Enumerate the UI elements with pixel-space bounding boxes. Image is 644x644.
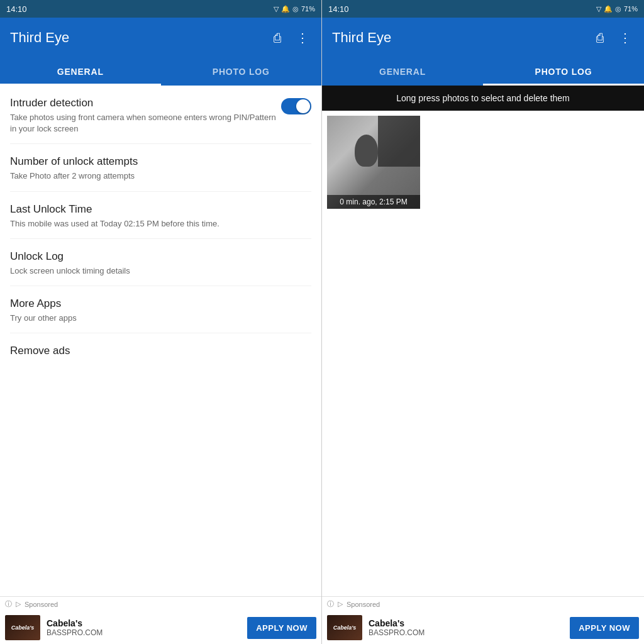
app-bar-right: Third Eye ⎙ ⋮: [322, 18, 644, 58]
ad-banner-right: ⓘ ▷ Sponsored Cabela's Cabela's BASSPRO.…: [322, 596, 644, 644]
play-icon-right: ▷: [338, 600, 343, 608]
photo-log-hint: Long press photos to select and delete t…: [322, 86, 644, 111]
setting-intruder-detection[interactable]: Intruder detection Take photos using fro…: [0, 86, 321, 143]
cabelas-logo-left: Cabela's: [5, 615, 40, 640]
ad-url-right: BASSPRO.COM: [369, 628, 564, 637]
ad-cta-left[interactable]: APPLY NOW: [247, 617, 316, 639]
ad-content-left: Cabela's Cabela's BASSPRO.COM APPLY NOW: [0, 611, 321, 644]
photo-grid: 0 min. ago, 2:15 PM: [322, 111, 644, 214]
toggle-intruder[interactable]: [281, 98, 311, 114]
photo-thumbnail[interactable]: 0 min. ago, 2:15 PM: [327, 116, 420, 209]
left-phone: 14:10 ▽ 🔔 ◎ 71% Third Eye ⎙ ⋮ GENERAL PH…: [0, 0, 322, 644]
sponsored-label-right: Sponsored: [347, 601, 380, 608]
tab-photo-log-left[interactable]: PHOTO LOG: [161, 58, 322, 86]
setting-remove-ads[interactable]: Remove ads: [0, 333, 321, 369]
setting-desc-unlock-log: Lock screen unlock timing details: [10, 265, 311, 277]
ad-brand-left: Cabela's: [47, 618, 241, 628]
setting-title-more-apps: More Apps: [10, 297, 311, 310]
setting-unlock-attempts[interactable]: Number of unlock attempts Take Photo aft…: [0, 144, 321, 191]
ad-brand-right: Cabela's: [369, 618, 564, 628]
menu-button-right[interactable]: ⋮: [616, 28, 634, 48]
info-icon-right: ⓘ: [327, 599, 334, 609]
setting-title-unlock-log: Unlock Log: [10, 250, 311, 263]
ad-text-left: Cabela's BASSPRO.COM: [47, 618, 241, 637]
wifi-icon-right: ◎: [615, 5, 621, 13]
tabs-right: GENERAL PHOTO LOG: [322, 58, 644, 86]
share-button-right[interactable]: ⎙: [594, 28, 606, 48]
play-icon-left: ▷: [16, 600, 21, 608]
sponsored-label-left: Sponsored: [25, 601, 58, 608]
signal-icon-right: ▽: [596, 5, 601, 13]
share-button-left[interactable]: ⎙: [271, 28, 284, 48]
status-icons-left: ▽ 🔔 ◎ 71%: [274, 5, 315, 13]
setting-title-remove-ads: Remove ads: [10, 345, 311, 357]
setting-title-attempts: Number of unlock attempts: [10, 155, 311, 168]
tab-photo-log-right[interactable]: PHOTO LOG: [483, 58, 644, 86]
setting-title-intruder: Intruder detection: [10, 97, 281, 109]
setting-desc-intruder: Take photos using front camera when some…: [10, 112, 281, 135]
bell-icon: 🔔: [281, 5, 290, 13]
cabelas-logo-right: Cabela's: [327, 615, 362, 640]
status-icons-right: ▽ 🔔 ◎ 71%: [596, 5, 638, 13]
app-bar-actions-left: ⎙ ⋮: [271, 28, 311, 48]
app-bar-actions-right: ⎙ ⋮: [594, 28, 634, 48]
ad-content-right: Cabela's Cabela's BASSPRO.COM APPLY NOW: [322, 611, 644, 644]
ad-banner-left: ⓘ ▷ Sponsored Cabela's Cabela's BASSPRO.…: [0, 596, 321, 644]
ad-label-left: ⓘ ▷ Sponsored: [0, 597, 321, 611]
app-bar-left: Third Eye ⎙ ⋮: [0, 18, 321, 58]
tabs-left: GENERAL PHOTO LOG: [0, 58, 321, 86]
ad-label-right: ⓘ ▷ Sponsored: [322, 597, 644, 611]
status-bar-right: 14:10 ▽ 🔔 ◎ 71%: [322, 0, 644, 18]
settings-content: Intruder detection Take photos using fro…: [0, 86, 321, 596]
photo-timestamp: 0 min. ago, 2:15 PM: [327, 195, 420, 209]
setting-unlock-log[interactable]: Unlock Log Lock screen unlock timing det…: [0, 239, 321, 286]
ad-cta-right[interactable]: APPLY NOW: [570, 617, 639, 639]
bell-icon-right: 🔔: [604, 5, 613, 13]
photo-log-content: Long press photos to select and delete t…: [322, 86, 644, 596]
info-icon-left: ⓘ: [5, 599, 12, 609]
battery-icon: 71%: [301, 5, 315, 13]
status-bar-left: 14:10 ▽ 🔔 ◎ 71%: [0, 0, 321, 18]
ad-text-right: Cabela's BASSPRO.COM: [369, 618, 564, 637]
battery-icon-right: 71%: [624, 5, 638, 13]
setting-last-unlock-time[interactable]: Last Unlock Time This mobile was used at…: [0, 192, 321, 238]
app-title-left: Third Eye: [10, 30, 69, 46]
signal-icon: ▽: [274, 5, 279, 13]
setting-more-apps[interactable]: More Apps Try our other apps: [0, 286, 321, 333]
ad-url-left: BASSPRO.COM: [47, 628, 241, 637]
status-time-left: 14:10: [6, 4, 27, 14]
status-time-right: 14:10: [328, 4, 349, 14]
tab-general-right[interactable]: GENERAL: [322, 58, 483, 86]
setting-desc-more-apps: Try our other apps: [10, 313, 311, 324]
app-title-right: Third Eye: [332, 30, 391, 46]
right-phone: 14:10 ▽ 🔔 ◎ 71% Third Eye ⎙ ⋮ GENERAL PH…: [322, 0, 644, 644]
wifi-icon: ◎: [292, 5, 299, 13]
setting-desc-unlock-time: This mobile was used at Today 02:15 PM b…: [10, 218, 311, 230]
setting-title-unlock-time: Last Unlock Time: [10, 203, 311, 216]
setting-desc-attempts: Take Photo after 2 wrong attempts: [10, 170, 311, 182]
tab-general-left[interactable]: GENERAL: [0, 58, 161, 86]
menu-button-left[interactable]: ⋮: [294, 28, 311, 48]
